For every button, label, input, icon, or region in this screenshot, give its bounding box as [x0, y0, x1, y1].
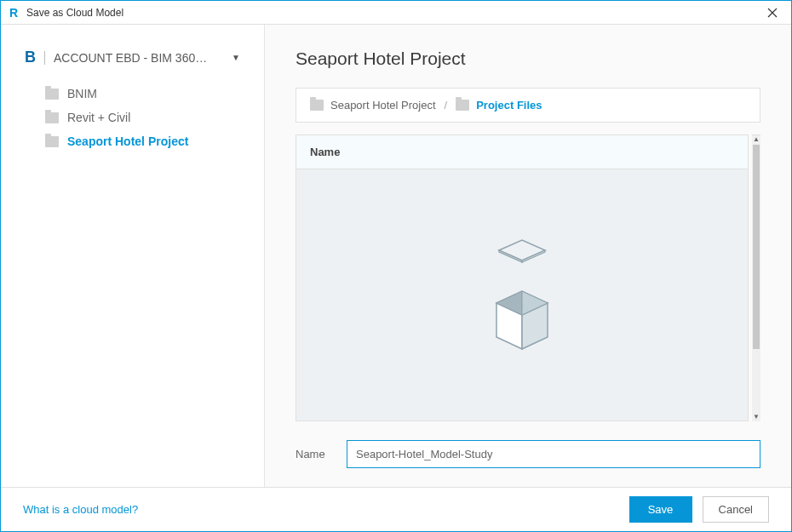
folder-icon [456, 100, 469, 111]
sidebar-item-revit-civil[interactable]: Revit + Civil [42, 106, 247, 129]
sidebar-item-seaport-hotel[interactable]: Seaport Hotel Project [42, 129, 247, 153]
account-selector[interactable]: B ACCOUNT EBD - BIM 360… ▼ [18, 45, 247, 70]
window-title: Save as Cloud Model [26, 7, 762, 19]
box-lid-icon [489, 235, 555, 264]
sidebar-item-bnim[interactable]: BNIM [42, 82, 247, 106]
breadcrumb-separator: / [445, 99, 448, 112]
vertical-scrollbar[interactable]: ▲ ▼ [752, 134, 760, 421]
breadcrumb-label: Project Files [476, 99, 542, 112]
scroll-thumb[interactable] [753, 145, 760, 349]
file-list-wrap: Name [296, 134, 760, 421]
folder-icon [45, 136, 59, 147]
bim360-logo-icon: B [25, 49, 36, 66]
folder-icon [310, 100, 324, 111]
close-icon [767, 8, 778, 18]
scroll-down-icon[interactable]: ▼ [753, 413, 760, 421]
dialog-content: B ACCOUNT EBD - BIM 360… ▼ BNIM Revit + … [1, 25, 791, 487]
sidebar-item-label: BNIM [67, 87, 97, 100]
dialog-footer: What is a cloud model? Save Cancel [1, 487, 791, 531]
breadcrumb-item-project[interactable]: Seaport Hotel Project [310, 99, 436, 112]
revit-app-icon: R [9, 7, 21, 19]
account-name: ACCOUNT EBD - BIM 360… [54, 51, 223, 65]
column-header-name[interactable]: Name [296, 135, 748, 169]
save-cloud-model-dialog: R Save as Cloud Model B ACCOUNT EBD - BI… [0, 0, 792, 532]
name-label: Name [296, 448, 330, 460]
open-box-icon [479, 279, 565, 356]
sidebar: B ACCOUNT EBD - BIM 360… ▼ BNIM Revit + … [1, 25, 265, 487]
scroll-up-icon[interactable]: ▲ [753, 135, 760, 144]
main-panel: Seaport Hotel Project Seaport Hotel Proj… [265, 25, 791, 487]
file-list-area: Name [296, 134, 749, 421]
breadcrumb-label: Seaport Hotel Project [330, 99, 436, 112]
save-button[interactable]: Save [629, 496, 692, 523]
folder-icon [45, 89, 59, 100]
titlebar: R Save as Cloud Model [1, 1, 791, 25]
separator [44, 51, 45, 65]
empty-folder-illustration [296, 169, 748, 420]
page-title: Seaport Hotel Project [296, 49, 760, 69]
help-link-cloud-model[interactable]: What is a cloud model? [23, 503, 619, 516]
model-name-input[interactable] [347, 440, 760, 468]
name-input-row: Name [296, 437, 760, 475]
sidebar-item-label: Revit + Civil [67, 111, 130, 124]
project-tree: BNIM Revit + Civil Seaport Hotel Project [18, 82, 247, 153]
sidebar-item-label: Seaport Hotel Project [67, 134, 188, 148]
close-button[interactable] [762, 3, 783, 23]
folder-icon [45, 112, 59, 123]
breadcrumb-item-project-files[interactable]: Project Files [456, 99, 542, 112]
caret-down-icon: ▼ [232, 53, 240, 62]
svg-marker-0 [499, 240, 545, 260]
breadcrumb: Seaport Hotel Project / Project Files [296, 88, 760, 123]
cancel-button[interactable]: Cancel [703, 496, 769, 523]
